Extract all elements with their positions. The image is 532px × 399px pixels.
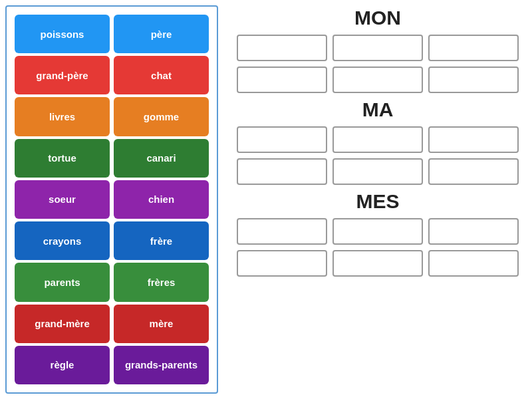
word-tile[interactable]: grand-père (15, 56, 110, 94)
word-row: livresgomme (15, 97, 209, 136)
section-title-mes: MES (356, 190, 399, 213)
drop-cell[interactable] (428, 218, 519, 245)
drop-grid-mon (237, 35, 519, 93)
drop-cell[interactable] (428, 250, 519, 277)
drop-cell[interactable] (237, 66, 327, 93)
drop-cell[interactable] (237, 35, 327, 61)
drop-cell[interactable] (332, 250, 423, 277)
word-row: crayonsfrère (15, 221, 209, 260)
word-row: grand-pèrechat (15, 56, 209, 94)
word-row: règlegrands-parents (15, 346, 209, 384)
word-tile[interactable]: grands-parents (114, 346, 209, 384)
word-tile[interactable]: frère (114, 221, 209, 260)
drop-cell[interactable] (332, 35, 423, 61)
word-row: soeurchien (15, 180, 209, 219)
drop-cell[interactable] (237, 126, 327, 153)
section-title-mon: MON (354, 7, 401, 29)
word-tile[interactable]: mère (114, 305, 209, 343)
section-ma: MA (237, 98, 519, 185)
drop-cell[interactable] (332, 158, 423, 185)
word-tile[interactable]: chien (114, 180, 209, 219)
word-tile[interactable]: frères (114, 263, 209, 301)
drop-cell[interactable] (332, 218, 423, 245)
drop-cell[interactable] (237, 158, 327, 185)
drop-zones: MONMAMES (223, 0, 532, 399)
drop-grid-ma (237, 126, 519, 185)
word-row: poissonspère (15, 15, 209, 53)
drop-cell[interactable] (428, 66, 519, 93)
word-tile[interactable]: tortue (15, 139, 110, 178)
section-mes: MES (237, 190, 519, 277)
word-tile[interactable]: grand-mère (15, 305, 110, 343)
word-tile[interactable]: chat (114, 56, 209, 94)
section-title-ma: MA (362, 98, 394, 121)
word-row: parentsfrères (15, 263, 209, 301)
word-tile[interactable]: crayons (15, 221, 110, 260)
word-tile[interactable]: poissons (15, 15, 110, 53)
word-bank: poissonspèregrand-pèrechatlivresgommetor… (5, 5, 218, 394)
drop-cell[interactable] (332, 126, 423, 153)
word-row: grand-mèremère (15, 305, 209, 343)
drop-cell[interactable] (428, 35, 519, 61)
word-tile[interactable]: canari (114, 139, 209, 178)
word-tile[interactable]: livres (15, 97, 110, 136)
drop-cell[interactable] (428, 126, 519, 153)
word-tile[interactable]: parents (15, 263, 110, 301)
word-tile[interactable]: règle (15, 346, 110, 384)
section-mon: MON (237, 7, 519, 93)
word-tile[interactable]: père (114, 15, 209, 53)
drop-cell[interactable] (237, 250, 327, 277)
drop-cell[interactable] (332, 66, 423, 93)
word-tile[interactable]: gomme (114, 97, 209, 136)
word-row: tortuecanari (15, 139, 209, 178)
drop-cell[interactable] (237, 218, 327, 245)
word-tile[interactable]: soeur (15, 180, 110, 219)
drop-cell[interactable] (428, 158, 519, 185)
drop-grid-mes (237, 218, 519, 277)
